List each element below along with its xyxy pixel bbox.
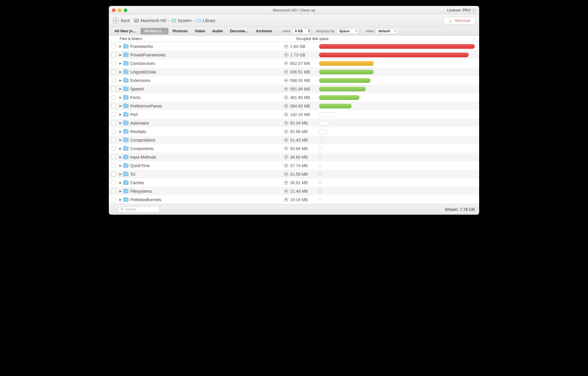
filter-tab[interactable]: Archives: [253, 27, 276, 35]
disclosure-triangle-icon[interactable]: ▶: [118, 79, 123, 82]
target-icon[interactable]: [284, 70, 288, 74]
filter-tab[interactable]: All files (n…: [111, 27, 140, 35]
checkbox[interactable]: [111, 129, 116, 134]
disclosure-triangle-icon[interactable]: ▶: [118, 121, 123, 125]
filter-tab[interactable]: Pictures: [169, 27, 191, 35]
over-stepper[interactable]: 0 KB: [292, 28, 309, 34]
size-bar: [319, 147, 323, 150]
crumb-library[interactable]: Library: [203, 18, 216, 23]
filter-tab[interactable]: Docume…: [226, 27, 252, 35]
filter-tab[interactable]: Video: [191, 27, 208, 35]
disclosure-triangle-icon[interactable]: ▶: [118, 96, 123, 99]
table-row[interactable]: ▶Compositions51.43 MB: [109, 136, 479, 144]
disclosure-triangle-icon[interactable]: ▶: [118, 45, 123, 48]
disclosure-triangle-icon[interactable]: ▶: [118, 87, 123, 90]
target-icon[interactable]: [284, 181, 288, 185]
crumb-root[interactable]: Macintosh HD: [141, 18, 166, 23]
checkbox[interactable]: [111, 44, 116, 48]
checkbox[interactable]: [111, 104, 116, 108]
checkbox[interactable]: [111, 78, 116, 83]
table-row[interactable]: ▶QuickTime37.74 MB0: [109, 161, 479, 170]
license-label: License: PRO: [447, 8, 471, 12]
target-icon[interactable]: [284, 155, 288, 159]
target-icon[interactable]: [284, 44, 288, 48]
table-row[interactable]: ▶CoreServices802.07 MB: [109, 59, 479, 68]
disclosure-triangle-icon[interactable]: ▶: [118, 113, 123, 116]
table-row[interactable]: ▶Automator92.34 MB: [109, 119, 479, 127]
checkbox[interactable]: [111, 155, 116, 159]
target-icon[interactable]: [284, 189, 288, 193]
checkbox[interactable]: [111, 146, 116, 151]
checkbox[interactable]: [111, 70, 116, 74]
checkbox[interactable]: [111, 197, 116, 202]
table-row[interactable]: ▶Tcl31.59 MB0: [109, 170, 479, 178]
target-icon[interactable]: [284, 113, 288, 117]
checkbox[interactable]: [111, 189, 116, 193]
displayby-select[interactable]: Space: [337, 28, 359, 34]
table-row[interactable]: ▶Filesystems21.49 MB0: [109, 187, 479, 195]
disclosure-triangle-icon[interactable]: ▶: [118, 138, 123, 142]
checkbox[interactable]: [111, 95, 116, 100]
disclosure-triangle-icon[interactable]: ▶: [118, 53, 123, 56]
table-row[interactable]: ▶LinguisticData636.51 MB: [109, 68, 479, 76]
crumb-system[interactable]: System: [178, 18, 192, 23]
target-icon[interactable]: [284, 87, 288, 91]
target-icon[interactable]: [284, 121, 288, 125]
view-select[interactable]: default: [376, 28, 398, 34]
search-input[interactable]: Search: [118, 207, 160, 212]
minimize-icon[interactable]: [118, 9, 121, 12]
close-icon[interactable]: [112, 9, 116, 12]
filter-tab[interactable]: Audio: [208, 27, 226, 35]
target-icon[interactable]: [284, 164, 288, 168]
disclosure-triangle-icon[interactable]: ▶: [118, 181, 123, 184]
disclosure-triangle-icon[interactable]: ▶: [118, 198, 123, 201]
filter-tab[interactable]: All files (i…: [141, 28, 168, 34]
checkbox[interactable]: [111, 112, 116, 117]
col-space[interactable]: Occupied disk space ⌄: [294, 37, 479, 41]
table-row[interactable]: ▶PreferencePanes384.83 MB: [109, 102, 479, 110]
checkbox[interactable]: [111, 61, 116, 66]
checkbox[interactable]: [111, 121, 116, 125]
checkbox[interactable]: [111, 163, 116, 168]
target-icon[interactable]: [284, 130, 288, 134]
remove-button[interactable]: Remove: [444, 17, 475, 24]
target-icon[interactable]: [284, 147, 288, 151]
back-button[interactable]: Back: [113, 17, 130, 24]
checkbox[interactable]: [111, 87, 116, 91]
table-row[interactable]: ▶Components50.89 MB: [109, 144, 479, 153]
table-row[interactable]: ▶Speech551.99 MB: [109, 85, 479, 93]
target-icon[interactable]: [284, 198, 288, 202]
table-row[interactable]: ▶PrelinkedKernels19.18 MB0: [109, 195, 479, 204]
col-files[interactable]: Files & folders: [118, 37, 285, 41]
table-row[interactable]: ▶Fonts481.85 MB: [109, 93, 479, 102]
disclosure-triangle-icon[interactable]: ▶: [118, 147, 123, 150]
disclosure-triangle-icon[interactable]: ▶: [118, 189, 123, 193]
disclosure-triangle-icon[interactable]: ▶: [118, 155, 123, 159]
table-row[interactable]: ▶Extensions598.55 MB: [109, 76, 479, 85]
zoom-icon[interactable]: [124, 9, 127, 12]
checkbox[interactable]: [111, 53, 116, 57]
target-icon[interactable]: [284, 104, 288, 108]
table-row[interactable]: ▶Input Methods38.69 MB0: [109, 153, 479, 161]
disclosure-triangle-icon[interactable]: ▶: [118, 70, 123, 73]
target-icon[interactable]: [284, 172, 288, 176]
target-icon[interactable]: [284, 78, 288, 83]
target-icon[interactable]: [284, 53, 288, 57]
size-bar-cell: [319, 53, 479, 57]
disclosure-triangle-icon[interactable]: ▶: [118, 130, 123, 133]
table-row[interactable]: ▶Receipts82.86 MB: [109, 127, 479, 136]
target-icon[interactable]: [284, 95, 288, 100]
target-icon[interactable]: [284, 61, 288, 66]
checkbox[interactable]: [111, 172, 116, 176]
table-row[interactable]: ▶Caches30.91 MB0: [109, 178, 479, 187]
table-row[interactable]: ▶PrivateFrameworks1.73 GB: [109, 51, 479, 59]
table-row[interactable]: ▶Frameworks1.84 GB: [109, 42, 479, 51]
disclosure-triangle-icon[interactable]: ▶: [118, 62, 123, 65]
disclosure-triangle-icon[interactable]: ▶: [118, 164, 123, 167]
checkbox[interactable]: [111, 180, 116, 185]
target-icon[interactable]: [284, 138, 288, 142]
checkbox[interactable]: [111, 138, 116, 142]
disclosure-triangle-icon[interactable]: ▶: [118, 104, 123, 108]
disclosure-triangle-icon[interactable]: ▶: [118, 172, 123, 176]
table-row[interactable]: ▶Perl182.24 MB: [109, 110, 479, 119]
